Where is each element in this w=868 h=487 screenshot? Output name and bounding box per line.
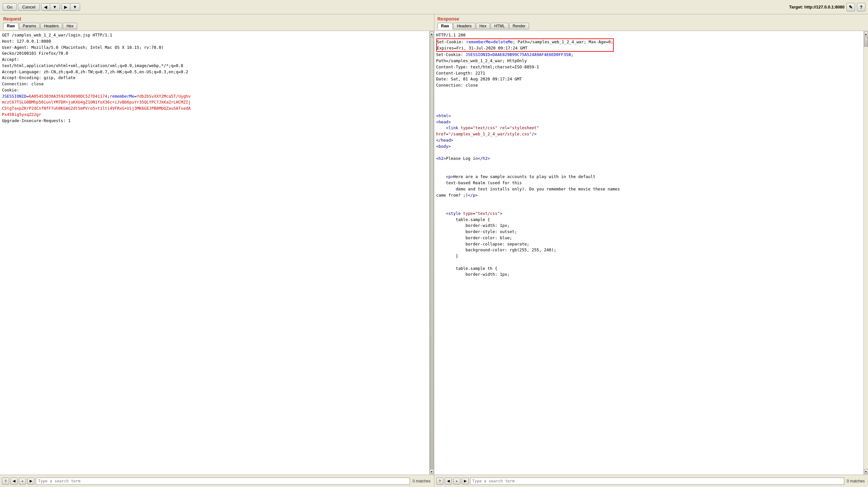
help-button[interactable]: ? xyxy=(857,3,865,11)
response-scroll-down[interactable]: ▼ xyxy=(864,469,868,474)
request-scroll-thumb[interactable] xyxy=(430,37,434,469)
response-search-next-plus[interactable]: + xyxy=(453,478,460,485)
forward-dropdown-button[interactable]: ▼ xyxy=(70,4,80,10)
request-tabs: Raw Params Headers Hex xyxy=(3,23,431,29)
cancel-button[interactable]: Cancel xyxy=(18,3,39,11)
request-help-button[interactable]: ? xyxy=(2,478,9,485)
request-panel: Request Raw Params Headers Hex GET /samp… xyxy=(0,14,434,487)
response-tabs: Raw Headers Hex HTML Render xyxy=(438,23,865,29)
back-dropdown-button[interactable]: ▼ xyxy=(50,4,60,10)
toolbar-right: Target: http://127.0.0.1:8080 ✎ ? xyxy=(789,3,865,11)
request-content-scroll[interactable]: GET /samples_web_1_2_4_war/login.jsp HTT… xyxy=(0,31,429,475)
target-label: Target: http://127.0.0.1:8080 xyxy=(789,5,844,9)
response-tab-raw[interactable]: Raw xyxy=(438,23,453,29)
request-search-prev[interactable]: ◀ xyxy=(10,478,18,485)
response-content-scroll[interactable]: HTTP/1.1 200 Set-Cookie: rememberMe=dele… xyxy=(434,31,864,475)
edit-target-button[interactable]: ✎ xyxy=(846,3,855,11)
response-panel-title: Response xyxy=(438,16,865,22)
response-raw-text: HTTP/1.1 200 Set-Cookie: rememberMe=dele… xyxy=(436,33,620,277)
request-tab-raw[interactable]: Raw xyxy=(3,23,19,29)
response-scroll-thumb[interactable] xyxy=(864,37,868,47)
request-search-next-plus[interactable]: + xyxy=(19,478,26,485)
response-panel-header: Response Raw Headers Hex HTML Render xyxy=(434,14,868,31)
request-scroll-up[interactable]: ▲ xyxy=(430,32,434,36)
toolbar: Go Cancel ◀ ▼ ▶ ▼ Target: http://127.0.0… xyxy=(0,0,868,14)
request-search-next[interactable]: ▶ xyxy=(27,478,34,485)
response-search-next[interactable]: ▶ xyxy=(462,478,469,485)
request-scrollbar[interactable]: ▲ ▼ xyxy=(429,31,434,475)
forward-button[interactable]: ▶ xyxy=(62,4,70,10)
main-area: Request Raw Params Headers Hex GET /samp… xyxy=(0,14,868,487)
response-help-button[interactable]: ? xyxy=(436,478,443,485)
response-tab-render[interactable]: Render xyxy=(509,23,529,29)
back-nav-group: ◀ ▼ xyxy=(41,3,60,11)
go-button[interactable]: Go xyxy=(3,3,17,11)
back-button[interactable]: ◀ xyxy=(41,4,50,10)
response-tab-html[interactable]: HTML xyxy=(491,23,508,29)
response-content-area: HTTP/1.1 200 Set-Cookie: rememberMe=dele… xyxy=(434,31,868,475)
request-raw-text: GET /samples_web_1_2_4_war/login.jsp HTT… xyxy=(2,33,191,123)
request-matches-label: 0 matches xyxy=(411,479,432,483)
request-panel-header: Request Raw Params Headers Hex xyxy=(0,14,434,31)
request-panel-title: Request xyxy=(3,16,431,22)
request-tab-headers[interactable]: Headers xyxy=(40,23,62,29)
request-scroll-down[interactable]: ▼ xyxy=(430,469,434,474)
forward-nav-group: ▶ ▼ xyxy=(61,3,80,11)
request-tab-params[interactable]: Params xyxy=(19,23,40,29)
request-search-bar: ? ◀ + ▶ 0 matches xyxy=(0,475,434,487)
response-tab-hex[interactable]: Hex xyxy=(476,23,490,29)
response-matches-label: 0 matches xyxy=(845,479,866,483)
response-scrollbar[interactable]: ▲ ▼ xyxy=(863,31,868,475)
response-panel: Response Raw Headers Hex HTML Render HTT… xyxy=(434,14,868,487)
toolbar-left: Go Cancel ◀ ▼ ▶ ▼ xyxy=(3,3,788,11)
request-search-input[interactable] xyxy=(36,478,410,485)
request-tab-hex[interactable]: Hex xyxy=(63,23,77,29)
request-content-area: GET /samples_web_1_2_4_war/login.jsp HTT… xyxy=(0,31,434,475)
response-tab-headers[interactable]: Headers xyxy=(453,23,475,29)
response-search-prev[interactable]: ◀ xyxy=(445,478,452,485)
response-search-input[interactable] xyxy=(470,478,844,485)
response-scroll-up[interactable]: ▲ xyxy=(864,32,868,36)
response-search-bar: ? ◀ + ▶ 0 matches xyxy=(434,475,868,487)
